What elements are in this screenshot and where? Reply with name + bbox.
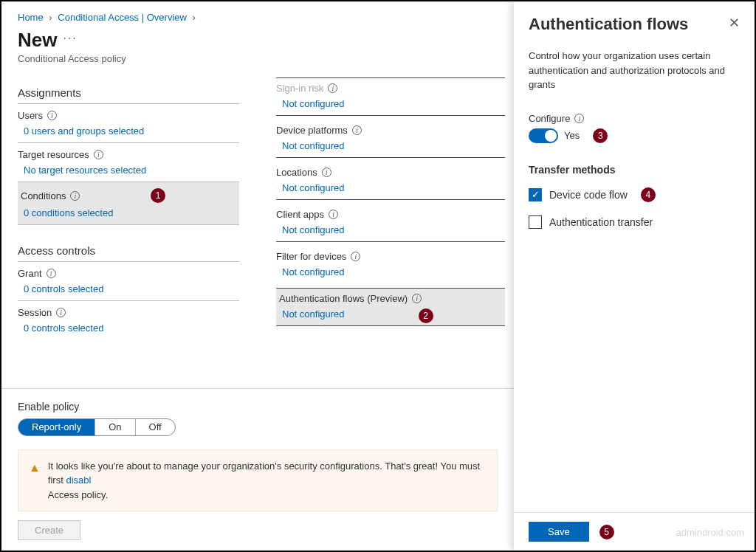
breadcrumb-conditional-access[interactable]: Conditional Access | Overview [58, 12, 187, 23]
users-selected-link[interactable]: 0 users and groups selected [18, 123, 239, 142]
filter-devices-link[interactable]: Not configured [276, 263, 505, 283]
authentication-flows-flyout: Authentication flows ✕ Control how your … [514, 1, 755, 551]
seg-report-only[interactable]: Report-only [18, 419, 95, 435]
access-controls-header: Access controls [18, 240, 239, 262]
grant-label: Grant [18, 268, 42, 279]
device-platforms-link[interactable]: Not configured [276, 137, 505, 157]
grant-link[interactable]: 0 controls selected [18, 280, 239, 300]
info-icon[interactable]: i [47, 269, 56, 278]
chevron-right-icon: › [49, 12, 52, 23]
authentication-transfer-checkbox[interactable] [529, 215, 542, 229]
page-title: New [18, 29, 57, 52]
signin-risk-link[interactable]: Not configured [276, 95, 505, 115]
alert-text: It looks like you're about to manage you… [48, 460, 480, 486]
authentication-transfer-label: Authentication transfer [549, 216, 653, 228]
conditions-link[interactable]: 0 conditions selected [18, 204, 239, 224]
flyout-description: Control how your organization uses certa… [529, 49, 740, 92]
configure-toggle-value: Yes [564, 130, 580, 141]
info-icon[interactable]: i [70, 191, 80, 201]
client-apps-link[interactable]: Not configured [276, 221, 505, 241]
assignments-header: Assignments [18, 82, 239, 104]
info-icon[interactable]: i [94, 150, 103, 159]
locations-link[interactable]: Not configured [276, 179, 505, 199]
configure-toggle[interactable] [529, 128, 558, 143]
step-marker-3: 3 [593, 128, 608, 143]
authflows-label: Authentication flows (Preview) [279, 293, 408, 304]
client-apps-label: Client apps [276, 209, 324, 220]
configure-label: Configure [529, 113, 570, 124]
info-icon[interactable]: i [328, 83, 337, 93]
watermark: admindroid.com [676, 526, 745, 537]
device-code-flow-checkbox[interactable]: ✓ [529, 188, 542, 201]
create-button: Create [18, 520, 80, 540]
users-label: Users [18, 110, 43, 121]
target-resources-label: Target resources [18, 149, 89, 160]
signin-risk-label: Sign-in risk [276, 83, 323, 94]
conditions-label: Conditions [21, 190, 66, 201]
breadcrumb-home[interactable]: Home [18, 12, 44, 23]
info-icon[interactable]: i [352, 125, 362, 135]
info-icon[interactable]: i [47, 111, 57, 120]
authflows-link[interactable]: Not configured [276, 306, 345, 325]
session-link[interactable]: 0 controls selected [18, 320, 239, 339]
session-label: Session [18, 307, 52, 318]
device-platforms-label: Device platforms [276, 125, 348, 136]
flyout-title: Authentication flows [529, 15, 688, 34]
info-icon[interactable]: i [351, 252, 360, 261]
save-button[interactable]: Save [529, 522, 589, 542]
info-icon[interactable]: i [574, 114, 584, 123]
filter-devices-label: Filter for devices [276, 251, 346, 262]
locations-label: Locations [276, 167, 317, 178]
info-icon[interactable]: i [322, 168, 331, 177]
step-marker-1: 1 [151, 188, 165, 203]
step-marker-2: 2 [419, 308, 433, 323]
transfer-methods-header: Transfer methods [529, 164, 740, 176]
alert-text-post: Access policy. [48, 489, 108, 500]
alert-disable-link[interactable]: disabl [66, 475, 91, 486]
step-marker-4: 4 [641, 187, 656, 202]
info-icon[interactable]: i [412, 294, 422, 303]
enable-policy-label: Enable policy [18, 401, 498, 413]
more-menu-icon[interactable]: ··· [63, 32, 77, 49]
info-icon[interactable]: i [329, 210, 338, 219]
enable-policy-segmented[interactable]: Report-only On Off [18, 418, 176, 436]
seg-on[interactable]: On [95, 419, 135, 435]
step-marker-5: 5 [599, 525, 614, 539]
info-icon[interactable]: i [56, 308, 66, 317]
close-icon[interactable]: ✕ [729, 15, 740, 31]
seg-off[interactable]: Off [136, 419, 175, 435]
warning-icon: ▲ [29, 459, 41, 503]
target-resources-link[interactable]: No target resources selected [18, 162, 239, 182]
chevron-right-icon: › [193, 12, 196, 23]
security-defaults-alert: ▲ It looks like you're about to manage y… [18, 449, 498, 512]
device-code-flow-label: Device code flow [549, 189, 628, 201]
